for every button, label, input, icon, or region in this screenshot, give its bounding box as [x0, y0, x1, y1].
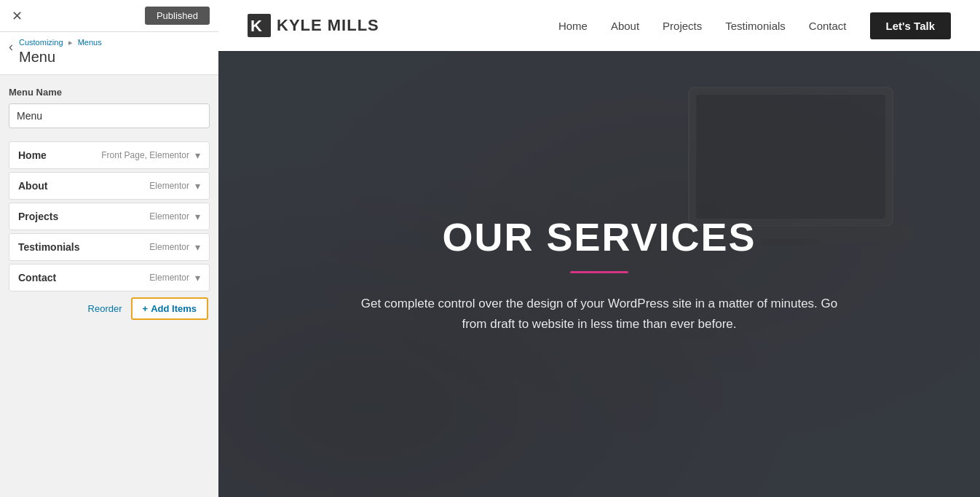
- reorder-button[interactable]: Reorder: [88, 303, 122, 314]
- chevron-down-icon: ▾: [195, 149, 200, 161]
- hero-section: OUR SERVICES Get complete control over t…: [218, 51, 980, 497]
- menu-item-info: Projects: [18, 211, 58, 222]
- published-badge: Published: [145, 7, 210, 25]
- breadcrumb-content: Customizing ▸ Menus Menu: [19, 38, 102, 66]
- hero-divider: [570, 271, 628, 273]
- breadcrumb-arrow: ▸: [68, 38, 73, 47]
- actions-row: Reorder + Add Items: [9, 297, 210, 320]
- menu-item-right: Front Page, Elementor ▾: [101, 149, 200, 161]
- breadcrumb-area: ‹ Customizing ▸ Menus Menu: [0, 32, 218, 75]
- menu-item[interactable]: About Elementor ▾: [9, 172, 210, 200]
- hero-title: OUR SERVICES: [359, 214, 839, 259]
- panel-body: Menu Name Home Front Page, Elementor ▾ A…: [0, 75, 218, 497]
- chevron-down-icon: ▾: [195, 211, 200, 222]
- menu-item-info: Home: [18, 149, 47, 161]
- menu-item-tag: Front Page, Elementor: [101, 150, 189, 160]
- website-preview: K KYLE MILLS Home About Projects Testimo…: [218, 0, 980, 497]
- menu-item[interactable]: Projects Elementor ▾: [9, 203, 210, 230]
- plus-icon: +: [143, 303, 149, 314]
- menu-item-tag: Elementor: [149, 242, 189, 252]
- chevron-down-icon: ▾: [195, 180, 200, 192]
- nav-contact[interactable]: Contact: [809, 20, 847, 32]
- back-button[interactable]: ‹: [9, 39, 13, 55]
- breadcrumb-menus-link[interactable]: Menus: [78, 38, 102, 47]
- breadcrumb-customizing-link[interactable]: Customizing: [19, 38, 63, 47]
- menu-item-tag: Elementor: [149, 211, 189, 222]
- menu-item-tag: Elementor: [149, 181, 189, 191]
- chevron-down-icon: ▾: [195, 241, 200, 253]
- menu-item-tag: Elementor: [149, 273, 189, 283]
- svg-text:K: K: [250, 17, 262, 35]
- menu-name-label: Menu Name: [9, 87, 210, 98]
- menu-item-info: Contact: [18, 272, 56, 283]
- menu-item-info: About: [18, 180, 47, 192]
- menu-items-list: Home Front Page, Elementor ▾ About Eleme…: [9, 141, 210, 291]
- hero-content: OUR SERVICES Get complete control over t…: [344, 214, 854, 333]
- add-items-button[interactable]: + Add Items: [131, 297, 208, 320]
- menu-item-name: Contact: [18, 272, 56, 283]
- site-header: K KYLE MILLS Home About Projects Testimo…: [218, 0, 980, 51]
- menu-item-name: Home: [18, 149, 47, 161]
- chevron-down-icon: ▾: [195, 272, 200, 283]
- top-bar: ✕ Published: [0, 0, 218, 32]
- menu-item-right: Elementor ▾: [149, 180, 200, 192]
- nav-testimonials[interactable]: Testimonials: [725, 20, 786, 32]
- menu-item-name: About: [18, 180, 47, 192]
- nav-home[interactable]: Home: [558, 20, 588, 32]
- menu-item[interactable]: Home Front Page, Elementor ▾: [9, 141, 210, 169]
- menu-item-name: Testimonials: [18, 241, 80, 253]
- breadcrumb: Customizing ▸ Menus: [19, 38, 102, 47]
- nav-about[interactable]: About: [611, 20, 639, 32]
- hero-description: Get complete control over the design of …: [359, 294, 839, 333]
- site-logo: K KYLE MILLS: [248, 14, 379, 37]
- menu-item-right: Elementor ▾: [149, 241, 200, 253]
- nav-cta[interactable]: Let's Talk: [870, 12, 951, 39]
- close-button[interactable]: ✕: [9, 5, 25, 27]
- menu-item-info: Testimonials: [18, 241, 80, 253]
- nav-projects[interactable]: Projects: [663, 20, 702, 32]
- menu-name-input[interactable]: [9, 103, 210, 128]
- customizer-panel: ✕ Published ‹ Customizing ▸ Menus Menu M…: [0, 0, 218, 497]
- panel-title: Menu: [19, 49, 102, 66]
- menu-item[interactable]: Contact Elementor ▾: [9, 264, 210, 291]
- menu-item-right: Elementor ▾: [149, 211, 200, 222]
- logo-text: KYLE MILLS: [277, 16, 379, 35]
- logo-icon: K: [248, 14, 271, 37]
- add-items-label: Add Items: [151, 303, 197, 314]
- menu-item-right: Elementor ▾: [149, 272, 200, 283]
- menu-item-name: Projects: [18, 211, 58, 222]
- menu-item[interactable]: Testimonials Elementor ▾: [9, 233, 210, 261]
- site-nav: Home About Projects Testimonials Contact…: [558, 12, 951, 39]
